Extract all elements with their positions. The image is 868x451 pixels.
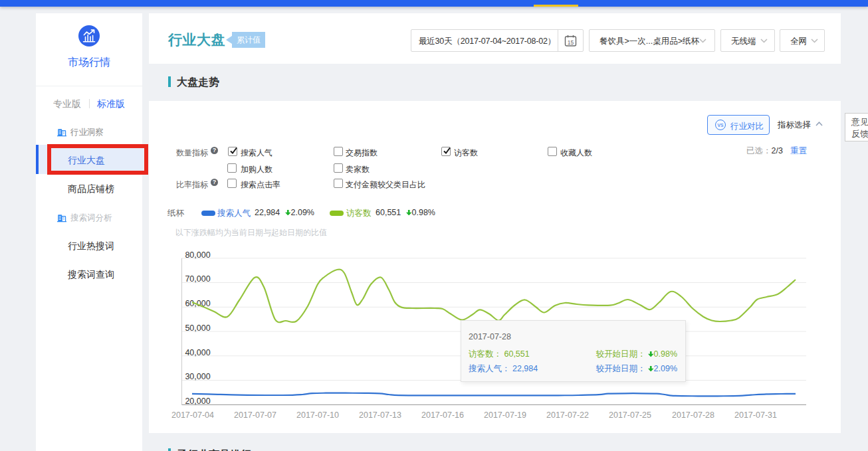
svg-text:15: 15 <box>568 39 574 46</box>
